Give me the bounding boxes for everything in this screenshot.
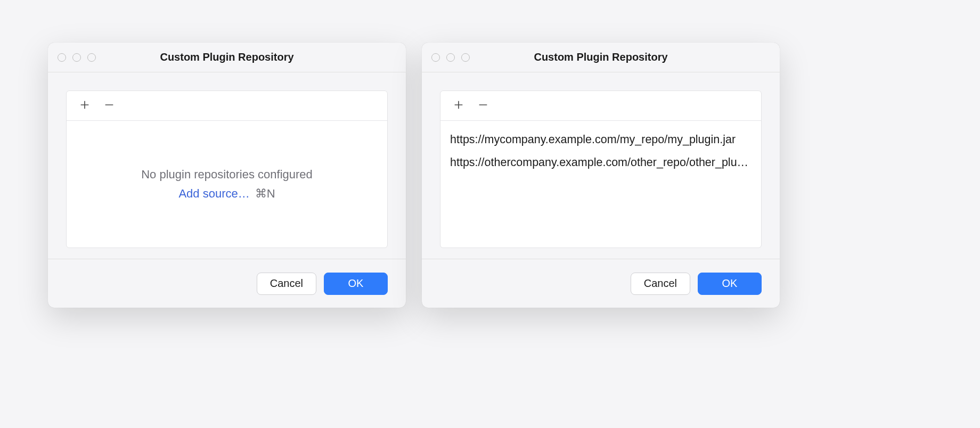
dialog-content: https://mycompany.example.com/my_repo/my… [422, 72, 780, 259]
listbox-toolbar [440, 91, 761, 121]
window-controls [422, 53, 470, 62]
shortcut-label: ⌘N [255, 187, 275, 201]
minus-icon [477, 99, 489, 113]
cancel-button[interactable]: Cancel [631, 273, 690, 295]
window-controls [48, 53, 96, 62]
repository-item[interactable]: https://othercompany.example.com/other_r… [440, 151, 761, 174]
dialog-content: No plugin repositories configured Add so… [48, 72, 406, 259]
dialog-title: Custom Plugin Repository [422, 51, 780, 63]
add-source-row: Add source… ⌘N [178, 187, 275, 201]
add-source-link[interactable]: Add source… [178, 187, 249, 201]
plugin-repo-dialog-populated: Custom Plugin Repository [422, 43, 780, 308]
zoom-window-button[interactable] [461, 53, 470, 62]
dialog-footer: Cancel OK [422, 259, 780, 308]
add-button[interactable] [77, 98, 92, 113]
dialog-footer: Cancel OK [48, 259, 406, 308]
plus-icon [453, 99, 464, 113]
titlebar: Custom Plugin Repository [48, 43, 406, 72]
zoom-window-button[interactable] [87, 53, 96, 62]
plus-icon [79, 99, 91, 113]
remove-button[interactable] [102, 98, 117, 113]
empty-message: No plugin repositories configured [141, 168, 313, 182]
repository-list: https://mycompany.example.com/my_repo/my… [440, 121, 761, 182]
repository-listbox: https://mycompany.example.com/my_repo/my… [440, 90, 762, 248]
add-button[interactable] [451, 98, 466, 113]
listbox-toolbar [67, 91, 387, 121]
list-body: https://mycompany.example.com/my_repo/my… [440, 121, 761, 248]
minimize-window-button[interactable] [446, 53, 455, 62]
dialog-title: Custom Plugin Repository [48, 51, 406, 63]
close-window-button[interactable] [58, 53, 66, 62]
close-window-button[interactable] [431, 53, 440, 62]
titlebar: Custom Plugin Repository [422, 43, 780, 72]
minus-icon [103, 99, 115, 113]
list-body: No plugin repositories configured Add so… [67, 121, 387, 248]
ok-button[interactable]: OK [324, 273, 388, 295]
cancel-button[interactable]: Cancel [257, 273, 316, 295]
repository-item[interactable]: https://mycompany.example.com/my_repo/my… [440, 128, 761, 151]
ok-button[interactable]: OK [698, 273, 762, 295]
plugin-repo-dialog-empty: Custom Plugin Repository [48, 43, 406, 308]
minimize-window-button[interactable] [72, 53, 81, 62]
remove-button[interactable] [476, 98, 491, 113]
repository-listbox: No plugin repositories configured Add so… [66, 90, 388, 248]
empty-state: No plugin repositories configured Add so… [67, 121, 387, 248]
